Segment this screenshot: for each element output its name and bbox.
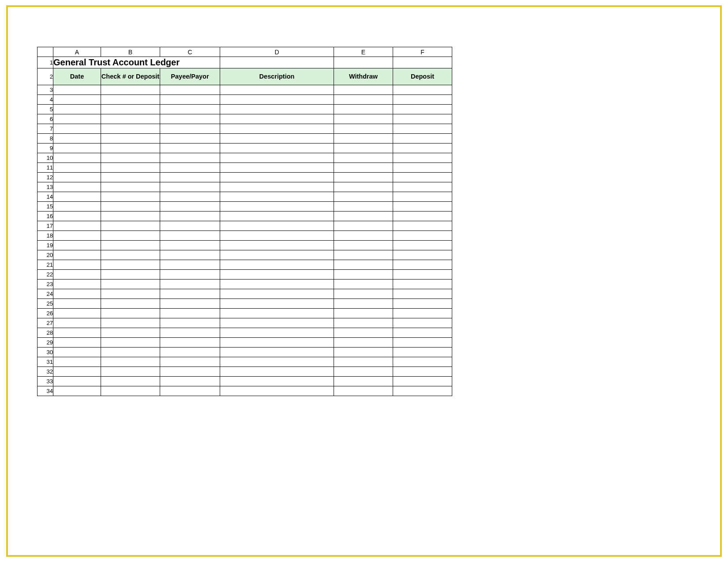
cell-B19[interactable] (101, 241, 160, 250)
cell-E3[interactable] (334, 85, 393, 95)
cell-C17[interactable] (160, 221, 220, 231)
cell-D1[interactable] (220, 57, 334, 68)
cell-C28[interactable] (160, 328, 220, 338)
cell-E28[interactable] (334, 328, 393, 338)
cell-B32[interactable] (101, 367, 160, 377)
cell-E33[interactable] (334, 377, 393, 386)
cell-C8[interactable] (160, 134, 220, 144)
cell-B23[interactable] (101, 280, 160, 289)
cell-A12[interactable] (53, 173, 101, 182)
cell-A3[interactable] (53, 85, 101, 95)
cell-E7[interactable] (334, 124, 393, 134)
row-header-20[interactable]: 20 (38, 250, 53, 260)
cell-C12[interactable] (160, 173, 220, 182)
cell-F7[interactable] (393, 124, 452, 134)
cell-C20[interactable] (160, 250, 220, 260)
cell-D30[interactable] (220, 348, 334, 357)
row-header-17[interactable]: 17 (38, 221, 53, 231)
cell-B28[interactable] (101, 328, 160, 338)
cell-E25[interactable] (334, 299, 393, 309)
cell-E18[interactable] (334, 231, 393, 241)
cell-C29[interactable] (160, 338, 220, 348)
cell-E13[interactable] (334, 182, 393, 192)
cell-E11[interactable] (334, 163, 393, 173)
row-header-29[interactable]: 29 (38, 338, 53, 348)
cell-C32[interactable] (160, 367, 220, 377)
cell-F15[interactable] (393, 202, 452, 212)
row-header-32[interactable]: 32 (38, 367, 53, 377)
cell-D24[interactable] (220, 289, 334, 299)
cell-D34[interactable] (220, 386, 334, 396)
cell-D23[interactable] (220, 280, 334, 289)
cell-F30[interactable] (393, 348, 452, 357)
cell-F19[interactable] (393, 241, 452, 250)
cell-C23[interactable] (160, 280, 220, 289)
row-header-16[interactable]: 16 (38, 212, 53, 221)
cell-F25[interactable] (393, 299, 452, 309)
cell-D10[interactable] (220, 153, 334, 163)
cell-B15[interactable] (101, 202, 160, 212)
cell-A14[interactable] (53, 192, 101, 202)
row-header-31[interactable]: 31 (38, 357, 53, 367)
cell-F20[interactable] (393, 250, 452, 260)
cell-F3[interactable] (393, 85, 452, 95)
cell-E22[interactable] (334, 270, 393, 280)
cell-F14[interactable] (393, 192, 452, 202)
cell-A19[interactable] (53, 241, 101, 250)
cell-C5[interactable] (160, 105, 220, 114)
cell-F12[interactable] (393, 173, 452, 182)
cell-B22[interactable] (101, 270, 160, 280)
cell-F24[interactable] (393, 289, 452, 299)
row-header-19[interactable]: 19 (38, 241, 53, 250)
cell-A24[interactable] (53, 289, 101, 299)
cell-C6[interactable] (160, 114, 220, 124)
row-header-9[interactable]: 9 (38, 144, 53, 153)
cell-B10[interactable] (101, 153, 160, 163)
cell-B20[interactable] (101, 250, 160, 260)
cell-E21[interactable] (334, 260, 393, 270)
row-header-27[interactable]: 27 (38, 318, 53, 328)
cell-A8[interactable] (53, 134, 101, 144)
cell-B11[interactable] (101, 163, 160, 173)
cell-C33[interactable] (160, 377, 220, 386)
row-header-22[interactable]: 22 (38, 270, 53, 280)
cell-F18[interactable] (393, 231, 452, 241)
cell-D16[interactable] (220, 212, 334, 221)
cell-E31[interactable] (334, 357, 393, 367)
cell-A5[interactable] (53, 105, 101, 114)
cell-F22[interactable] (393, 270, 452, 280)
cell-D26[interactable] (220, 309, 334, 318)
cell-D5[interactable] (220, 105, 334, 114)
cell-A34[interactable] (53, 386, 101, 396)
cell-C18[interactable] (160, 231, 220, 241)
cell-E12[interactable] (334, 173, 393, 182)
cell-B21[interactable] (101, 260, 160, 270)
cell-F27[interactable] (393, 318, 452, 328)
cell-F11[interactable] (393, 163, 452, 173)
cell-D14[interactable] (220, 192, 334, 202)
header-description[interactable]: Description (220, 68, 334, 85)
cell-F21[interactable] (393, 260, 452, 270)
cell-C22[interactable] (160, 270, 220, 280)
cell-D17[interactable] (220, 221, 334, 231)
cell-E4[interactable] (334, 95, 393, 105)
cell-D13[interactable] (220, 182, 334, 192)
cell-D4[interactable] (220, 95, 334, 105)
cell-E8[interactable] (334, 134, 393, 144)
cell-D7[interactable] (220, 124, 334, 134)
cell-D31[interactable] (220, 357, 334, 367)
row-header-34[interactable]: 34 (38, 386, 53, 396)
cell-D28[interactable] (220, 328, 334, 338)
cell-E1[interactable] (334, 57, 393, 68)
cell-A28[interactable] (53, 328, 101, 338)
cell-C15[interactable] (160, 202, 220, 212)
cell-B4[interactable] (101, 95, 160, 105)
cell-E10[interactable] (334, 153, 393, 163)
cell-B27[interactable] (101, 318, 160, 328)
cell-E23[interactable] (334, 280, 393, 289)
row-header-11[interactable]: 11 (38, 163, 53, 173)
cell-C11[interactable] (160, 163, 220, 173)
cell-B8[interactable] (101, 134, 160, 144)
row-header-3[interactable]: 3 (38, 85, 53, 95)
cell-D33[interactable] (220, 377, 334, 386)
